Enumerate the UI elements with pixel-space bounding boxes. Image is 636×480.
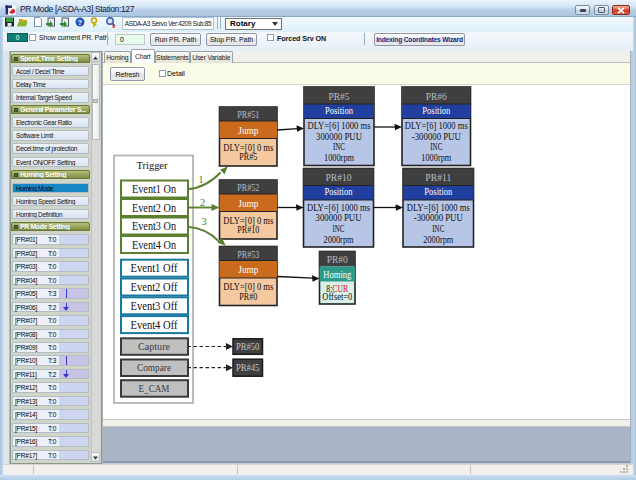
- svg-text:PR#6: PR#6: [426, 91, 447, 102]
- svg-text:Jump: Jump: [238, 198, 258, 209]
- svg-text:DLY=[6] 1000 ms: DLY=[6] 1000 ms: [405, 120, 468, 131]
- svg-text:Event4 On: Event4 On: [132, 239, 176, 251]
- svg-text:PR#0: PR#0: [327, 254, 348, 265]
- svg-text:PR#52: PR#52: [237, 182, 259, 193]
- svg-text:-300000 PUU: -300000 PUU: [412, 131, 462, 142]
- svg-text:1000rpm: 1000rpm: [324, 152, 354, 163]
- svg-text:INC: INC: [432, 223, 444, 234]
- svg-text:Event1 Off: Event1 Off: [131, 262, 178, 274]
- svg-text:PR#5: PR#5: [239, 151, 257, 162]
- svg-text:DLY=[6] 1000 ms: DLY=[6] 1000 ms: [307, 202, 370, 213]
- svg-text:-300000 PUU: -300000 PUU: [414, 212, 464, 223]
- svg-text:PR#53: PR#53: [237, 249, 259, 260]
- svg-text:Position: Position: [422, 105, 451, 116]
- svg-text:PR#10: PR#10: [237, 224, 259, 235]
- svg-text:2: 2: [200, 196, 206, 208]
- svg-text:Offset=0: Offset=0: [322, 292, 352, 302]
- svg-text:PR#5: PR#5: [329, 91, 350, 102]
- svg-text:PR#0: PR#0: [239, 291, 257, 302]
- svg-text:PR#51: PR#51: [237, 109, 259, 120]
- svg-text:PR#10: PR#10: [326, 172, 352, 183]
- svg-text:2000rpm: 2000rpm: [324, 234, 354, 245]
- svg-text:Trigger: Trigger: [137, 159, 168, 171]
- svg-text:PR#50: PR#50: [236, 341, 260, 352]
- svg-text:Event1 On: Event1 On: [132, 183, 176, 195]
- svg-text:1: 1: [198, 173, 204, 185]
- svg-text:E_CAM: E_CAM: [139, 383, 170, 394]
- svg-text:INC: INC: [333, 223, 345, 234]
- svg-text:Position: Position: [325, 186, 354, 197]
- svg-text:300000 PUU: 300000 PUU: [316, 212, 363, 223]
- svg-text:PR#45: PR#45: [236, 362, 260, 373]
- svg-text:Jump: Jump: [238, 264, 258, 275]
- svg-text:Compare: Compare: [137, 362, 172, 373]
- svg-text:?: ?: [78, 19, 82, 26]
- svg-text:Capture: Capture: [138, 341, 171, 352]
- svg-text:DLY=[6] 1000 ms: DLY=[6] 1000 ms: [407, 202, 470, 213]
- svg-text:Event3 Off: Event3 Off: [131, 300, 178, 312]
- svg-text:300000 PUU: 300000 PUU: [316, 131, 363, 142]
- svg-text:3: 3: [201, 215, 207, 227]
- svg-text:DLY=[6] 1000 ms: DLY=[6] 1000 ms: [308, 120, 371, 131]
- svg-text:Homing: Homing: [323, 269, 352, 280]
- svg-text:Event2 On: Event2 On: [132, 202, 176, 214]
- svg-text:Jump: Jump: [238, 125, 258, 136]
- svg-text:Event2 Off: Event2 Off: [131, 281, 178, 293]
- svg-text:INC: INC: [333, 141, 345, 152]
- svg-text:Position: Position: [325, 105, 354, 116]
- svg-text:Position: Position: [424, 186, 453, 197]
- svg-text:x: x: [112, 23, 116, 29]
- svg-text:INC: INC: [430, 141, 442, 152]
- svg-text:2000rpm: 2000rpm: [423, 234, 453, 245]
- svg-text:1000rpm: 1000rpm: [421, 152, 451, 163]
- svg-text:Event4 Off: Event4 Off: [131, 319, 178, 331]
- svg-text:PR#11: PR#11: [425, 172, 451, 183]
- svg-text:Event3 On: Event3 On: [132, 220, 176, 232]
